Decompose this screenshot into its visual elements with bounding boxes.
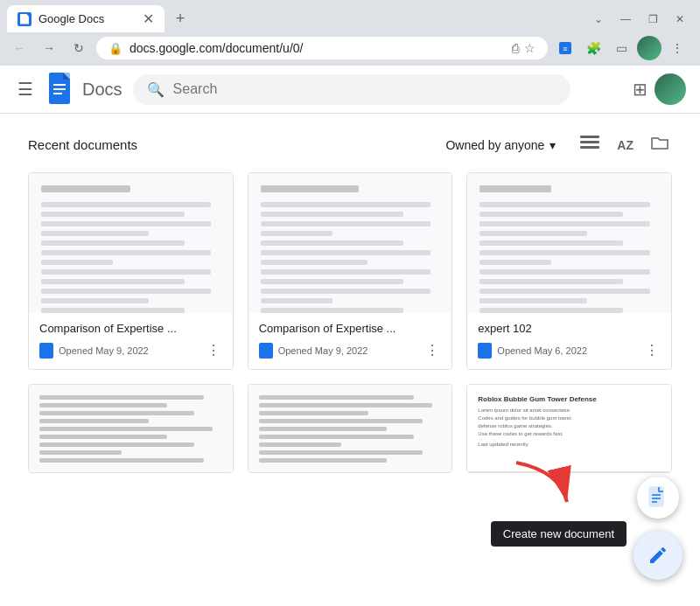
- new-document-fab-primary[interactable]: [634, 531, 682, 580]
- back-button[interactable]: ←: [7, 36, 32, 60]
- doc-preview-3: [467, 173, 671, 313]
- main-content: Recent documents Owned by anyone ▾ AZ: [0, 114, 700, 491]
- doc-meta-1: Opened May 9, 2022 ⋮: [39, 340, 222, 360]
- svg-rect-9: [580, 141, 599, 143]
- sort-az-icon[interactable]: AZ: [613, 135, 637, 156]
- browser-chrome: Google Docs ✕ + ⌄ — ❐ ✕ ← → ↻ 🔒 docs.goo…: [0, 0, 700, 66]
- minimize-button[interactable]: —: [615, 11, 636, 27]
- doc-preview-5: [248, 385, 452, 472]
- doc-more-menu-2[interactable]: ⋮: [424, 340, 441, 360]
- doc-title-3: expert 102: [478, 322, 661, 335]
- recent-docs-title: Recent documents: [28, 137, 137, 152]
- doc-info-2: Comparison of Expertise ... Opened May 9…: [248, 313, 452, 369]
- doc-info-3: expert 102 Opened May 6, 2022 ⋮: [467, 313, 671, 369]
- doc-icon-2: [259, 343, 273, 359]
- doc-preview-1: [29, 173, 233, 313]
- svg-rect-12: [649, 487, 663, 506]
- hamburger-menu[interactable]: ☰: [14, 75, 37, 103]
- red-arrow-indicator: [508, 454, 578, 519]
- tab-close-button[interactable]: ✕: [143, 10, 154, 27]
- new-document-fab-secondary[interactable]: [637, 477, 679, 519]
- chevron-down-icon[interactable]: ⌄: [589, 11, 608, 27]
- search-icon: 🔍: [147, 81, 164, 98]
- svg-rect-10: [580, 146, 599, 149]
- doc-date-3: Opened May 6, 2022: [497, 345, 638, 356]
- doc-icon-3: [478, 343, 492, 359]
- active-tab[interactable]: Google Docs ✕: [7, 5, 164, 32]
- folder-view-icon[interactable]: [648, 131, 672, 158]
- app-header: ☰ Docs 🔍 ⊞: [0, 66, 700, 114]
- forward-button[interactable]: →: [37, 36, 61, 60]
- title-bar: Google Docs ✕ + ⌄ — ❐ ✕: [0, 0, 700, 32]
- doc-card-5[interactable]: [248, 384, 453, 473]
- doc-card-4[interactable]: [28, 384, 234, 473]
- doc-card-3[interactable]: expert 102 Opened May 6, 2022 ⋮: [466, 172, 672, 370]
- svg-rect-8: [580, 136, 599, 138]
- docs-logo: Docs: [47, 73, 122, 106]
- owned-by-dropdown[interactable]: Owned by anyone ▾: [438, 135, 563, 156]
- tooltip-text: Create new document: [503, 527, 614, 540]
- tab-title: Google Docs: [38, 12, 104, 25]
- doc-date-1: Opened May 9, 2022: [59, 345, 200, 356]
- extension1-icon[interactable]: ≡: [553, 36, 578, 60]
- maximize-button[interactable]: ❐: [643, 11, 663, 27]
- doc-more-menu-1[interactable]: ⋮: [205, 340, 222, 360]
- lock-icon: 🔒: [108, 42, 122, 55]
- apps-grid-icon[interactable]: ⊞: [633, 79, 648, 100]
- doc-card-1[interactable]: Comparison of Expertise ... Opened May 9…: [28, 172, 234, 370]
- doc-info-1: Comparison of Expertise ... Opened May 9…: [29, 313, 233, 369]
- svg-text:≡: ≡: [563, 45, 567, 53]
- chevron-down-icon: ▾: [550, 138, 556, 152]
- fab-area: [634, 477, 682, 580]
- doc-icon-1: [39, 343, 53, 359]
- doc-preview-2: [248, 173, 452, 313]
- close-button[interactable]: ✕: [670, 11, 690, 27]
- filter-area: Owned by anyone ▾ AZ: [438, 131, 672, 158]
- refresh-button[interactable]: ↻: [66, 36, 91, 60]
- user-avatar[interactable]: [654, 73, 686, 105]
- documents-grid: Comparison of Expertise ... Opened May 9…: [28, 172, 672, 473]
- address-right-icons: ⎙ ☆: [512, 41, 536, 55]
- doc-title-2: Comparison of Expertise ...: [259, 322, 442, 335]
- url-display: docs.google.com/document/u/0/: [130, 41, 303, 55]
- extension2-icon[interactable]: 🧩: [581, 36, 606, 60]
- window-controls: ⌄ — ❐ ✕: [589, 11, 693, 27]
- doc-meta-2: Opened May 9, 2022 ⋮: [259, 340, 442, 360]
- create-document-tooltip: Create new document: [491, 521, 626, 547]
- profile-avatar[interactable]: [637, 36, 662, 60]
- doc-more-menu-3[interactable]: ⋮: [643, 340, 661, 360]
- doc-card-2[interactable]: Comparison of Expertise ... Opened May 9…: [248, 172, 453, 370]
- doc-meta-3: Opened May 6, 2022 ⋮: [478, 340, 661, 360]
- owned-by-label: Owned by anyone: [445, 138, 544, 152]
- sidebar-toggle-icon[interactable]: ▭: [609, 36, 634, 60]
- doc-title-1: Comparison of Expertise ...: [39, 322, 222, 335]
- view-icons: AZ: [577, 131, 672, 158]
- address-bar[interactable]: 🔒 docs.google.com/document/u/0/ ⎙ ☆: [96, 37, 548, 59]
- docs-logo-icon: [47, 73, 75, 106]
- address-bar-row: ← → ↻ 🔒 docs.google.com/document/u/0/ ⎙ …: [0, 32, 700, 66]
- list-view-icon[interactable]: [577, 131, 603, 158]
- search-input[interactable]: [173, 81, 556, 97]
- header-right-icons: ⊞: [633, 73, 686, 105]
- new-tab-button[interactable]: +: [168, 7, 192, 31]
- star-icon[interactable]: ☆: [524, 41, 536, 55]
- content-header: Recent documents Owned by anyone ▾ AZ: [28, 131, 672, 158]
- tab-favicon: [18, 12, 32, 26]
- avatar-circle: [637, 36, 662, 60]
- doc-preview-4: [29, 385, 233, 472]
- doc-date-2: Opened May 9, 2022: [278, 345, 419, 356]
- docs-logo-text: Docs: [82, 80, 122, 100]
- search-bar[interactable]: 🔍: [133, 74, 570, 105]
- menu-icon[interactable]: ⋮: [665, 36, 690, 60]
- share-icon[interactable]: ⎙: [512, 41, 519, 55]
- browser-right-icons: ≡ 🧩 ▭ ⋮: [553, 36, 693, 60]
